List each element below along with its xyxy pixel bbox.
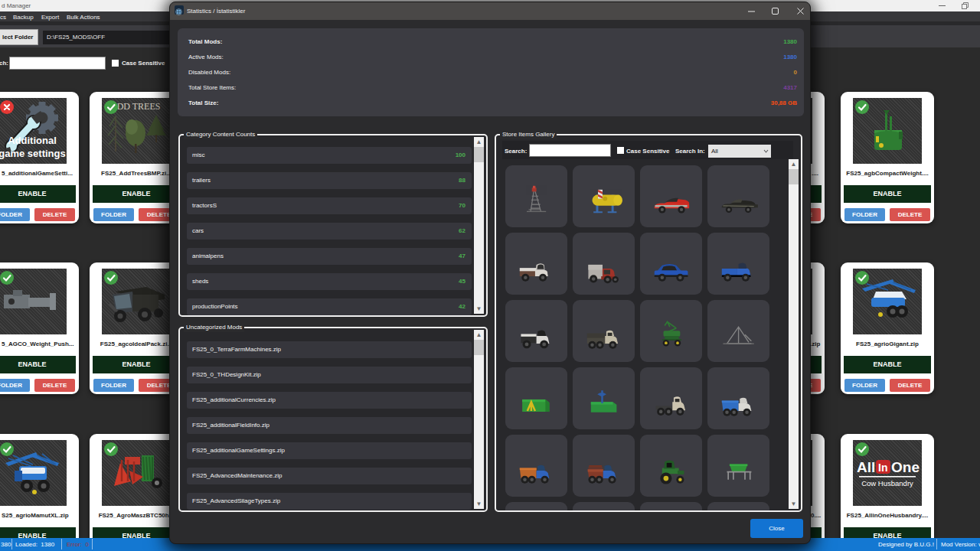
svg-text:Cow Husbandry: Cow Husbandry [861, 479, 913, 487]
svg-text:In: In [878, 461, 887, 474]
svg-text:One: One [891, 459, 920, 475]
svg-text:game settings: game settings [0, 148, 66, 159]
svg-text:Additional: Additional [8, 135, 57, 146]
svg-text:All: All [857, 459, 875, 475]
